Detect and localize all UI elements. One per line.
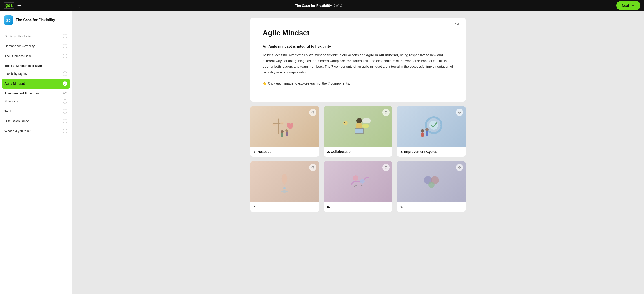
card6-illustration [397, 161, 466, 202]
collaboration-illustration [324, 106, 392, 146]
content-subtitle: An Agile mindset is integral to flexibil… [263, 44, 453, 50]
card-image-improvement: ⚙ [397, 106, 466, 146]
radio-icon [63, 129, 67, 133]
go1-logo: go1 [4, 2, 14, 9]
card-image-collaboration: ⚙ [324, 106, 392, 146]
summary-section-count: 0/4 [63, 92, 67, 95]
radio-icon [63, 72, 67, 76]
gear-icon: ⚙ [382, 109, 390, 116]
summary-section-header: Summary and Resources 0/4 [0, 88, 72, 96]
para-bold: agile in our mindset [366, 53, 398, 57]
para-start: To be successful with flexibility we mus… [263, 53, 366, 57]
svg-point-0 [6, 18, 8, 20]
card-image-respect: ⚙ [250, 106, 319, 146]
svg-point-16 [344, 122, 345, 123]
gear-icon: ⚙ [309, 164, 316, 171]
svg-rect-8 [286, 132, 288, 136]
sidebar-item-toolkit[interactable]: Toolkit [0, 106, 72, 116]
svg-point-9 [356, 118, 362, 124]
svg-rect-13 [362, 118, 370, 123]
respect-illustration [250, 106, 319, 146]
svg-point-19 [429, 121, 438, 130]
sidebar-item-strategic-flexibility[interactable]: Strategic Flexibility [0, 31, 72, 41]
card-image-5: ⚙ [324, 161, 392, 202]
content-paragraph: To be successful with flexibility we mus… [263, 52, 453, 75]
card-6[interactable]: ⚙ 6. [397, 161, 466, 212]
svg-rect-14 [362, 124, 369, 128]
next-label: Next [622, 4, 629, 8]
next-arrow-icon: → [631, 3, 635, 8]
sidebar-item-what-did-you-think[interactable]: What did you think? [0, 126, 72, 136]
radio-icon [63, 44, 67, 48]
svg-rect-22 [421, 132, 424, 137]
svg-point-28 [360, 179, 365, 184]
sidebar-item-label: Demand for Flexibility [4, 44, 35, 48]
sidebar-logo-icon [4, 15, 13, 25]
sidebar-item-label: What did you think? [4, 129, 32, 133]
topbar-course-title: The Case for Flexibility [295, 4, 332, 8]
main-layout: The Case for Flexibility Strategic Flexi… [0, 11, 644, 294]
card-respect[interactable]: ⚙ [250, 106, 319, 157]
cards-grid: ⚙ [250, 106, 466, 212]
card5-illustration [324, 161, 392, 202]
card-image-4: ⚙ [250, 161, 319, 202]
gear-icon: ⚙ [382, 164, 390, 171]
sidebar-item-flexibility-myths[interactable]: Flexibility Myths [0, 69, 72, 79]
sidebar-item-the-business-case[interactable]: The Business Case [0, 51, 72, 61]
svg-rect-12 [355, 128, 363, 133]
svg-point-23 [425, 128, 428, 131]
gear-icon: ⚙ [456, 164, 463, 171]
sidebar-item-agile-mindset[interactable]: Agile Mindset ✓ [2, 79, 70, 88]
svg-point-5 [281, 130, 284, 133]
card-4[interactable]: ⚙ 4. [250, 161, 319, 212]
sidebar-item-discussion-guide[interactable]: Discussion Guide [0, 116, 72, 126]
sidebar-item-label: Agile Mindset [4, 82, 25, 86]
svg-rect-24 [426, 131, 428, 136]
card-5[interactable]: ⚙ 5. [324, 161, 392, 212]
svg-point-15 [343, 121, 348, 125]
sidebar-item-demand-for-flexibility[interactable]: Demand for Flexibility [0, 41, 72, 51]
svg-point-17 [346, 122, 346, 123]
sidebar-item-label: Discussion Guide [4, 119, 29, 123]
menu-icon[interactable]: ☰ [17, 3, 21, 8]
card-label-4: 4. [250, 202, 319, 212]
top-bar-center: The Case for Flexibility 9 of 13 [295, 4, 343, 8]
summary-section-label: Summary and Resources [4, 92, 40, 95]
card-label-6: 6. [397, 202, 466, 212]
card-label-improvement-cycles: 3. Improvement Cycles [397, 146, 466, 157]
sidebar-item-label: Strategic Flexibility [4, 34, 31, 38]
content-area: AA Agile Mindset An Agile mindset is int… [72, 11, 644, 294]
sidebar-item-label: Summary [4, 100, 18, 103]
radio-icon [63, 99, 67, 104]
content-card: AA Agile Mindset An Agile mindset is int… [250, 18, 466, 102]
card-collaboration[interactable]: ⚙ [324, 106, 392, 157]
svg-point-26 [281, 190, 288, 193]
card-label-respect: 1. Respect [250, 146, 319, 157]
font-size-button[interactable]: AA [454, 22, 460, 26]
radio-icon [63, 109, 67, 114]
sidebar-items: Strategic Flexibility Demand for Flexibi… [0, 30, 72, 138]
svg-rect-1 [278, 118, 279, 134]
sidebar-item-label: Flexibility Myths [4, 72, 27, 76]
card-image-6: ⚙ [397, 161, 466, 202]
radio-icon [63, 54, 67, 58]
content-title: Agile Mindset [263, 29, 453, 37]
topic3-count: 1/2 [63, 64, 67, 68]
svg-point-7 [285, 130, 288, 132]
topbar-progress: 9 of 13 [334, 4, 343, 7]
card-label-5: 5. [324, 202, 392, 212]
gear-icon: ⚙ [309, 109, 316, 116]
sidebar-item-label: Toolkit [4, 110, 14, 113]
card-improvement-cycles[interactable]: ⚙ [397, 106, 466, 157]
card-label-collaboration: 2. Collaboration [324, 146, 392, 157]
check-icon: ✓ [63, 81, 67, 86]
next-button[interactable]: Next → [616, 1, 640, 10]
svg-point-4 [280, 122, 284, 124]
topic3-header: Topic 3: Mindset over Myth 1/2 [0, 61, 72, 69]
svg-rect-6 [281, 133, 283, 137]
sidebar-item-summary[interactable]: Summary [0, 96, 72, 106]
radio-icon [63, 119, 67, 124]
back-button[interactable]: ← [76, 2, 86, 12]
topic3-label: Topic 3: Mindset over Myth [4, 64, 42, 68]
svg-point-25 [283, 187, 286, 189]
